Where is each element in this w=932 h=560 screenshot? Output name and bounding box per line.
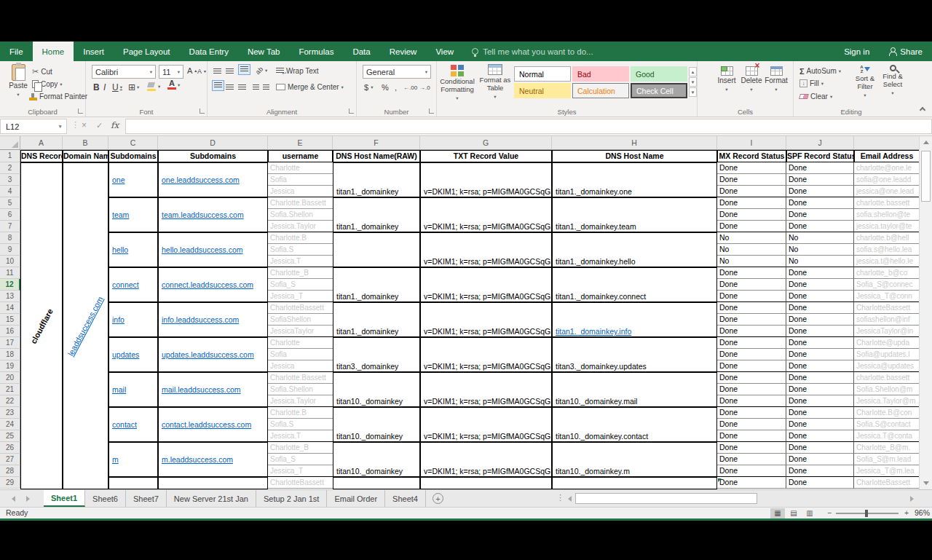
cell-K25[interactable]: Jessica.T@conta [854,430,919,442]
cell-C17[interactable]: updates [108,337,158,372]
autosum-button[interactable]: ΣAutoSum▾ [799,66,841,76]
cell-E2[interactable]: Charlotte [268,162,333,174]
subdomain-link-mail[interactable]: mail [112,385,126,394]
cell-E24[interactable]: Sofia.S [268,419,333,430]
format-painter-button[interactable]: Format Painter [29,91,87,102]
cell-I14[interactable]: Done [717,302,786,314]
cell-J24[interactable]: Done [786,419,854,430]
cell-G29[interactable] [420,477,552,489]
cell-K19[interactable]: Jessica@updates [854,360,919,372]
conditional-formatting-button[interactable]: Conditional Formatting ▾ [438,64,476,102]
cell-I25[interactable]: Done [717,430,786,442]
cell-J3[interactable]: Done [786,174,854,186]
format-as-table-button[interactable]: Format as Table ▾ [478,64,513,100]
merge-center-button[interactable]: Merge & Center▾ [276,82,344,92]
row-header-8[interactable]: 8 [0,232,20,244]
cell-I15[interactable]: Done [717,314,786,326]
bottom-align-button[interactable] [238,64,250,75]
ribbon-tab-page-layout[interactable]: Page Layout [114,42,180,61]
row-header-13[interactable]: 13 [0,291,20,302]
row-header-1[interactable]: 1 [0,150,20,162]
ribbon-tab-formulas[interactable]: Formulas [289,42,343,61]
column-header-D[interactable]: D [158,136,268,149]
cell-J14[interactable]: Done [786,302,854,314]
cell-H5[interactable]: titan1._domainkey.team [552,197,717,232]
increase-font-button[interactable]: A▲ [187,66,197,75]
normal-view-button[interactable]: ▦ [770,508,785,518]
header-cell-F1[interactable]: DNS Host Name(RAW) [333,150,420,162]
cell-H20[interactable]: titan10._domainkey.mail [552,372,717,407]
cell-I29[interactable]: Done [717,477,786,489]
row-header-4[interactable]: 4 [0,186,20,197]
zoom-in-button[interactable]: + [904,508,909,517]
cell-K24[interactable]: Sofia.S@contact [854,419,919,430]
column-header-B[interactable]: B [63,136,108,149]
header-cell-H1[interactable]: DNS Host Name [552,150,717,162]
row-header-2[interactable]: 2 [0,162,20,174]
cell-D11[interactable]: connect.leaddsuccess.com [158,267,268,302]
previous-sheet-button[interactable] [12,496,15,502]
cell-J12[interactable]: Done [786,279,854,291]
comma-style-button[interactable]: , [395,82,397,92]
ribbon-tab-view[interactable]: View [426,42,463,61]
ribbon-tab-home[interactable]: Home [33,42,74,61]
cell-E13[interactable]: Jessica_T [268,291,333,302]
wrap-text-button[interactable]: Wrap Text [276,66,319,76]
cell-J6[interactable]: Done [786,209,854,221]
hscroll-left-icon[interactable] [568,496,572,502]
cell-I28[interactable]: Done [717,465,786,477]
cell-J8[interactable]: No [786,232,854,244]
clear-button[interactable]: Clear▾ [799,91,832,102]
row-header-17[interactable]: 17 [0,337,20,349]
scroll-down-icon[interactable] [923,481,929,485]
column-header-E[interactable]: E [268,136,333,149]
tell-me-box[interactable]: Tell me what you want to do... [472,42,593,61]
cell-I3[interactable]: Done [717,174,786,186]
cell-I9[interactable]: No [717,244,786,256]
cell-E7[interactable]: Jessica.Taylor [268,221,333,232]
cell-E4[interactable]: Jessica [268,186,333,197]
style-normal[interactable]: Normal [514,66,571,82]
subdomain-link-connect[interactable]: connect [112,280,139,289]
find-select-button[interactable]: Find & Select ▾ [880,65,906,97]
cell-G17[interactable]: v=DKIM1; k=rsa; p=MIGfMA0GCSqGS [420,337,552,372]
cell-I16[interactable]: Done [717,326,786,337]
cell-J25[interactable]: Done [786,430,854,442]
enter-button[interactable]: ✓ [96,121,103,130]
cell-J2[interactable]: Done [786,162,854,174]
column-header-H[interactable]: H [552,136,717,149]
cell-J28[interactable]: Done [786,465,854,477]
ribbon-tab-review[interactable]: Review [380,42,427,61]
cell-K15[interactable]: sofiashellon@inf [854,314,919,326]
cell-K13[interactable]: Jessica_T@conn [854,291,919,302]
cell-I20[interactable]: Done [717,372,786,384]
cell-J27[interactable]: Done [786,454,854,465]
cell-C2[interactable]: one [108,162,158,197]
vertical-scrollbar[interactable] [919,136,932,489]
domain-link-label[interactable]: leaddsuccess.com [66,295,105,358]
style-neutral[interactable]: Neutral [514,83,571,98]
subdomain-link-m[interactable]: m [112,455,119,464]
cell-K18[interactable]: Sofia@updates.l [854,349,919,360]
cell-D14[interactable]: info.leaddsuccess.com [158,302,268,337]
column-header-J[interactable]: J [786,136,854,149]
name-box[interactable]: L12 ▼ [0,119,67,134]
cell-C23[interactable]: contact [108,407,158,442]
cell-F17[interactable]: titan3._domainkey [333,337,420,372]
header-cell-E1[interactable]: username [268,150,333,162]
cell-D8[interactable]: hello.leaddsuccess.com [158,232,268,267]
cell-F23[interactable]: titan10._domainkey [333,407,420,442]
cell-J19[interactable]: Done [786,360,854,372]
header-cell-B1[interactable]: Domain Name [63,150,108,162]
ribbon-tab-insert[interactable]: Insert [74,42,114,61]
row-header-18[interactable]: 18 [0,349,20,360]
cell-K14[interactable]: CharlotteBassett [854,302,919,314]
cell-D23[interactable]: contact.leaddsuccess.com [158,407,268,442]
subdomain-link-one[interactable]: one [112,176,125,184]
ribbon-tab-new-tab[interactable]: New Tab [238,42,290,61]
cell-I6[interactable]: Done [717,209,786,221]
next-sheet-button[interactable] [26,496,30,502]
cell-J13[interactable]: Done [786,291,854,302]
cell-E10[interactable]: Jessica.T [268,256,333,267]
cell-E21[interactable]: Sofia.Shellon [268,384,333,395]
